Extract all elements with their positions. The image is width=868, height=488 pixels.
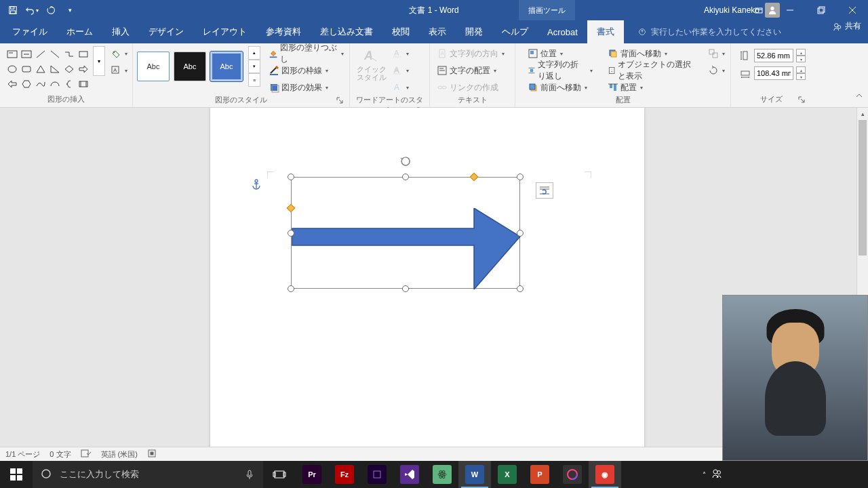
minimize-button[interactable] [774,0,806,20]
textbox-button[interactable]: A▾ [109,63,129,78]
redo-button[interactable] [42,2,60,18]
scroll-thumb[interactable] [859,120,867,256]
style-preset-1[interactable]: Abc [137,52,170,81]
collapse-ribbon-button[interactable] [854,91,864,103]
share-button[interactable]: 共有 [833,20,861,32]
view-tab[interactable]: 表示 [419,20,456,43]
insert-tab[interactable]: 挿入 [102,20,139,43]
taskview-button[interactable] [263,461,296,488]
save-button[interactable] [4,2,22,18]
page[interactable] [210,108,644,461]
arrow-icon[interactable] [77,62,90,76]
selected-shape-frame[interactable] [291,177,520,289]
height-input[interactable] [754,49,793,62]
shapes-gallery[interactable] [4,46,92,92]
curve-icon[interactable] [34,77,47,91]
shape-effects-button[interactable]: 図形の効果▾ [267,80,345,95]
resize-handle-n[interactable] [402,174,409,180]
home-tab[interactable]: ホーム [57,20,102,43]
scroll-up-button[interactable]: ▴ [857,108,868,119]
drawing-tools-tab[interactable]: 描画ツール [519,0,575,20]
rotate-button[interactable]: ▾ [707,63,726,78]
shape-styles-dialog-launcher[interactable] [336,97,344,105]
mailings-tab[interactable]: 差し込み文書 [311,20,382,43]
app-camtasia[interactable] [556,461,589,488]
developer-tab[interactable]: 開発 [456,20,492,43]
qat-customize-button[interactable]: ▾ [61,2,79,18]
align-text-button[interactable]: 文字の配置▾ [435,63,506,78]
shape-fill-button[interactable]: 図形の塗りつぶし▾ [267,46,345,61]
taskbar-search[interactable]: ここに入力して検索 [33,461,263,488]
people-icon[interactable] [711,468,722,481]
shape-outline-button[interactable]: 図形の枠線▾ [267,63,345,78]
app-excel[interactable]: X [491,461,524,488]
app-mediaencoder[interactable] [361,461,393,488]
textbox-icon[interactable] [5,47,19,61]
resize-handle-se[interactable] [517,285,524,292]
height-spin-up[interactable]: ▴ [796,49,806,56]
resize-handle-s[interactable] [402,285,409,292]
line-icon[interactable] [34,47,47,61]
width-spin-up[interactable]: ▴ [796,66,806,73]
width-spin-down[interactable]: ▾ [796,73,806,80]
references-tab[interactable]: 参考資料 [256,20,311,43]
macro-icon[interactable] [147,449,157,460]
arrow-shape[interactable] [291,208,521,289]
arc-icon[interactable] [48,77,62,91]
lbrace-icon[interactable] [62,77,76,91]
language-indicator[interactable]: 英語 (米国) [101,449,138,460]
app-premiere[interactable]: Pr [296,461,328,488]
style-scroll-up[interactable]: ▴ [248,46,260,60]
resize-handle-nw[interactable] [288,174,294,180]
connector-icon[interactable] [62,47,76,61]
rect-icon[interactable] [77,47,90,61]
tray-expand-button[interactable]: ˄ [698,471,710,479]
style-preset-2[interactable]: Abc [174,52,206,81]
app-powerpoint[interactable]: P [524,461,556,488]
acrobat-tab[interactable]: Acrobat [538,20,587,43]
oval-icon[interactable] [5,62,19,76]
resize-handle-sw[interactable] [288,285,294,292]
height-spin-down[interactable]: ▾ [796,56,806,62]
resize-handle-ne[interactable] [517,174,524,180]
style-more-button[interactable]: ≡ [248,73,260,87]
close-button[interactable] [837,0,868,20]
page-indicator[interactable]: 1/1 ページ [5,449,40,460]
rtriangle-icon[interactable] [48,62,62,76]
design-tab[interactable]: デザイン [139,20,193,43]
format-tab[interactable]: 書式 [587,20,624,43]
style-scroll-down[interactable]: ▾ [248,60,260,73]
spell-check-icon[interactable] [81,449,92,460]
resize-handle-e[interactable] [517,230,524,237]
maximize-button[interactable] [806,0,837,20]
leftarrow-icon[interactable] [5,77,19,91]
hexagon-icon[interactable] [20,77,33,91]
resize-handle-w[interactable] [288,230,294,237]
textbox2-icon[interactable] [20,47,33,61]
help-tab[interactable]: ヘルプ [492,20,538,43]
wrap-text-button[interactable]: 文字列の折り返し▾ [526,63,594,78]
scroll-icon[interactable] [77,77,90,91]
app-recorder[interactable]: ◉ [589,461,621,488]
app-visualstudio[interactable] [393,461,426,488]
rotate-handle[interactable] [399,155,412,167]
word-count[interactable]: 0 文字 [50,449,71,460]
undo-button[interactable]: ▾ [23,2,41,18]
style-preset-3[interactable]: Abc [210,52,243,81]
gallery-more-button[interactable]: ▾ [93,46,105,76]
tell-me-box[interactable]: 実行したい作業を入力してください [637,20,781,43]
style-gallery[interactable]: Abc Abc Abc ▴ ▾ ≡ [137,46,260,87]
app-filezilla[interactable]: Fz [328,461,361,488]
roundrect-icon[interactable] [20,62,33,76]
layout-tab[interactable]: レイアウト [193,20,256,43]
review-tab[interactable]: 校閲 [382,20,419,43]
start-button[interactable] [0,461,33,488]
line2-icon[interactable] [48,47,62,61]
align-button[interactable]: 配置▾ [606,80,694,95]
edit-shape-button[interactable]: ▾ [109,46,129,61]
mic-icon[interactable] [244,469,255,480]
app-atom[interactable] [426,461,458,488]
diamond-icon[interactable] [62,62,76,76]
triangle-icon[interactable] [34,62,47,76]
width-input[interactable] [754,66,793,80]
